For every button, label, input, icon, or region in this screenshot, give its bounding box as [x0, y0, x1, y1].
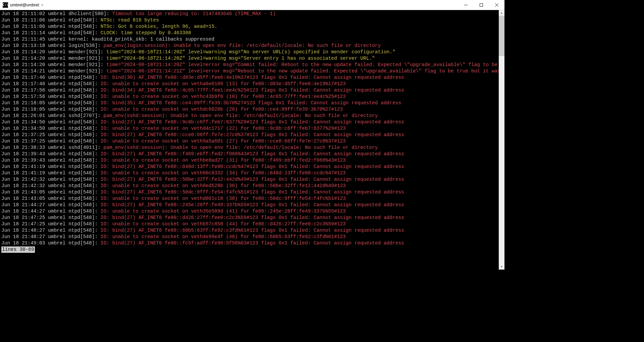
- maximize-button[interactable]: [474, 0, 489, 10]
- log-message: NTSc: Got 8 cookies, length 96, aead=15.: [101, 24, 217, 29]
- log-prefix: Jun 18 21:11:06 umbrel ntpd[548]:: [1, 17, 101, 23]
- window-controls: [458, 0, 504, 10]
- log-message: IO: unable to create socket on veth60c83…: [101, 170, 346, 176]
- log-message: IO: unable to create socket on veth0ed52…: [101, 183, 346, 188]
- log-line: Jun 18 21:14:20 umbrel mender[921]: time…: [1, 49, 497, 55]
- pager-status: lines 30-69: [1, 246, 35, 253]
- log-message: IO: unable to create socket on vethc43b9…: [101, 94, 346, 99]
- window-titlebar[interactable]: C:\ umbrel@umbrel: ~: [0, 0, 504, 10]
- log-message: IO: bind(27) AF_INET6 fe80::50dc:9fff:fe…: [101, 189, 404, 195]
- scroll-up-arrow[interactable]: ▲: [499, 10, 504, 16]
- log-prefix: Jun 18 21:11:02 umbrel dhclient[580]:: [1, 11, 112, 16]
- log-prefix: Jun 18 21:42:32 umbrel ntpd[548]:: [1, 183, 101, 188]
- log-prefix: Jun 18 21:41:19 umbrel ntpd[548]:: [1, 170, 101, 176]
- log-line: Jun 18 21:48:27 umbrel ntpd[548]: IO: un…: [1, 234, 497, 240]
- log-message: IO: unable to create socket on vethd801c…: [101, 196, 346, 201]
- maximize-icon: [480, 3, 483, 7]
- log-prefix: Jun 18 21:38:33 umbrel sshd[4011]:: [1, 145, 104, 150]
- log-prefix: Jun 18 21:26:01 umbrel sshd[2707]:: [1, 113, 104, 118]
- log-message: IO: unable to create socket on vethbe8ad…: [101, 158, 346, 163]
- log-prefix: Jun 18 21:14:20 umbrel mender[921]:: [1, 62, 106, 67]
- scrollbar-thumb[interactable]: [499, 16, 504, 56]
- log-line: Jun 18 21:11:14 umbrel ntpd[548]: CLOCK:…: [1, 30, 497, 36]
- log-message: pam_env(sshd:session): Unable to open en…: [104, 113, 378, 118]
- log-message: IO: bind(27) AF_INET6 fe80::f469:ebff:fe…: [101, 151, 404, 157]
- svg-rect-1: [480, 3, 483, 6]
- scroll-down-arrow[interactable]: ▼: [499, 264, 504, 270]
- log-line: Jun 18 21:18:05 umbrel ntpd[548]: IO: un…: [1, 106, 497, 113]
- log-prefix: Jun 18 21:47:25 umbrel ntpd[548]:: [1, 221, 101, 227]
- log-message: IO: unable to create socket on vethd4c17…: [101, 126, 346, 131]
- log-prefix: Jun 18 21:13:18 umbrel login[538]:: [1, 43, 104, 48]
- log-line: Jun 18 21:13:18 umbrel login[538]: pam_e…: [1, 43, 497, 49]
- log-prefix: Jun 18 21:34:50 umbrel ntpd[548]:: [1, 126, 101, 131]
- app-icon: C:\: [3, 2, 8, 8]
- log-message: IO: unable to create socket on vetha6e61…: [101, 81, 346, 87]
- log-prefix: Jun 18 21:17:56 umbrel ntpd[548]:: [1, 88, 101, 93]
- log-message: IO: bind(27) AF_INET6 fe80::848d:13ff:fe…: [101, 164, 404, 169]
- log-message: time="2024-06-18T21:14:21Z" level=error …: [106, 68, 499, 74]
- log-prefix: Jun 18 21:44:27 umbrel ntpd[548]:: [1, 209, 101, 214]
- log-line: Jun 18 21:42:32 umbrel ntpd[548]: IO: un…: [1, 183, 497, 189]
- log-prefix: Jun 18 21:11:14 umbrel ntpd[548]:: [1, 30, 101, 36]
- log-line: Jun 18 21:11:02 umbrel dhclient[580]: Ti…: [1, 11, 497, 17]
- minimize-button[interactable]: [458, 0, 474, 10]
- log-line: Jun 18 21:14:21 umbrel mender[921]: time…: [1, 68, 497, 74]
- log-message: IO: bind(27) AF_INET6 fe80::fc5f:adff:fe…: [101, 240, 404, 246]
- log-message: IO: bind(35) AF_INET6 fe80::ce4:89ff:fe3…: [101, 100, 401, 106]
- log-line: Jun 18 21:48:27 umbrel ntpd[548]: IO: bi…: [1, 227, 497, 234]
- log-prefix: Jun 18 21:42:32 umbrel ntpd[548]:: [1, 177, 101, 182]
- log-line: Jun 18 21:26:01 umbrel sshd[2707]: pam_e…: [1, 113, 497, 119]
- log-message: CLOCK: time stepped by 0.463308: [101, 30, 191, 36]
- log-message: IO: unable to create socket on veth4e99e…: [101, 234, 346, 239]
- log-line: Jun 18 21:39:43 umbrel ntpd[548]: IO: bi…: [1, 151, 497, 157]
- terminal-area: Jun 18 21:11:02 umbrel dhclient[580]: Ti…: [0, 10, 504, 270]
- log-prefix: Jun 18 21:17:56 umbrel ntpd[548]:: [1, 94, 101, 99]
- terminal-output[interactable]: Jun 18 21:11:02 umbrel dhclient[580]: Ti…: [0, 10, 499, 270]
- log-message: IO: unable to create socket on veth5a5a6…: [101, 138, 346, 144]
- log-line: Jun 18 21:38:33 umbrel sshd[4011]: pam_e…: [1, 145, 497, 151]
- log-prefix: Jun 18 21:14:20 umbrel mender[921]:: [1, 56, 106, 61]
- log-message: IO: bind(27) AF_INET6 fe80::50be:32ff:fe…: [101, 177, 404, 182]
- log-message: pam_env(sshd:session): Unable to open en…: [104, 145, 378, 150]
- log-line: Jun 18 21:43:05 umbrel ntpd[548]: IO: un…: [1, 195, 497, 202]
- vertical-scrollbar[interactable]: ▲ ▼: [499, 10, 504, 270]
- log-message: IO: bind(27) AF_INET6 fe80::9c8b:c6ff:fe…: [101, 119, 404, 125]
- log-message: pam_env(login:session): Unable to open e…: [104, 43, 381, 48]
- terminal-window: C:\ umbrel@umbrel: ~ Jun 18 21:11:02 umb…: [0, 0, 504, 270]
- log-prefix: Jun 18 21:47:25 umbrel ntpd[548]:: [1, 215, 101, 220]
- scrollbar-track[interactable]: [499, 16, 504, 264]
- log-line: Jun 18 21:17:56 umbrel ntpd[548]: IO: bi…: [1, 87, 497, 94]
- log-message: IO: bind(27) AF_INET6 fe80::245e:28ff:fe…: [101, 202, 404, 208]
- log-prefix: Jun 18 21:11:06 umbrel ntpd[548]:: [1, 24, 101, 29]
- log-prefix: Jun 18 21:37:25 umbrel ntpd[548]:: [1, 132, 101, 137]
- log-line: Jun 18 21:41:19 umbrel ntpd[548]: IO: un…: [1, 170, 497, 176]
- log-line: Jun 18 21:49:03 umbrel ntpd[548]: IO: bi…: [1, 240, 497, 246]
- log-line: Jun 18 21:14:20 umbrel mender[921]: time…: [1, 62, 497, 68]
- log-prefix: Jun 18 21:18:05 umbrel ntpd[548]:: [1, 107, 101, 112]
- log-line: Jun 18 21:47:25 umbrel ntpd[548]: IO: bi…: [1, 215, 497, 221]
- log-line: Jun 18 21:17:46 umbrel ntpd[548]: IO: bi…: [1, 74, 497, 81]
- log-line: Jun 18 21:37:25 umbrel ntpd[548]: IO: bi…: [1, 132, 497, 138]
- log-prefix: Jun 18 21:11:45 umbrel kernel:: [1, 37, 92, 42]
- log-message: NTSc: read 816 bytes: [101, 17, 159, 23]
- close-button[interactable]: [489, 0, 504, 10]
- log-line: Jun 18 21:39:43 umbrel ntpd[548]: IO: un…: [1, 157, 497, 164]
- log-prefix: Jun 18 21:17:46 umbrel ntpd[548]:: [1, 75, 101, 80]
- log-message: IO: bind(30) AF_INET6 fe80::d83e:d5ff:fe…: [101, 75, 404, 80]
- log-prefix: Jun 18 21:14:21 umbrel mender[921]:: [1, 68, 106, 74]
- log-line: Jun 18 21:17:46 umbrel ntpd[548]: IO: un…: [1, 81, 497, 87]
- log-prefix: Jun 18 21:44:27 umbrel ntpd[548]:: [1, 202, 101, 208]
- log-line: Jun 18 21:44:27 umbrel ntpd[548]: IO: un…: [1, 208, 497, 215]
- log-message: IO: unable to create socket on vethdc602…: [101, 107, 343, 112]
- log-prefix: Jun 18 21:17:46 umbrel ntpd[548]:: [1, 81, 101, 87]
- log-line: Jun 18 21:11:45 umbrel kernel: kauditd_p…: [1, 36, 497, 43]
- log-message: IO: unable to create socket on veth35e58…: [101, 209, 346, 214]
- window-title: umbrel@umbrel: ~: [10, 3, 458, 7]
- log-line: Jun 18 21:14:20 umbrel mender[921]: time…: [1, 55, 497, 62]
- log-prefix: Jun 18 21:18:05 umbrel ntpd[548]:: [1, 100, 101, 106]
- log-prefix: Jun 18 21:37:25 umbrel ntpd[548]:: [1, 138, 101, 144]
- log-prefix: Jun 18 21:48:27 umbrel ntpd[548]:: [1, 228, 101, 233]
- log-line: Jun 18 21:43:05 umbrel ntpd[548]: IO: bi…: [1, 189, 497, 195]
- log-message: time="2024-06-18T21:14:20Z" level=error …: [106, 62, 499, 67]
